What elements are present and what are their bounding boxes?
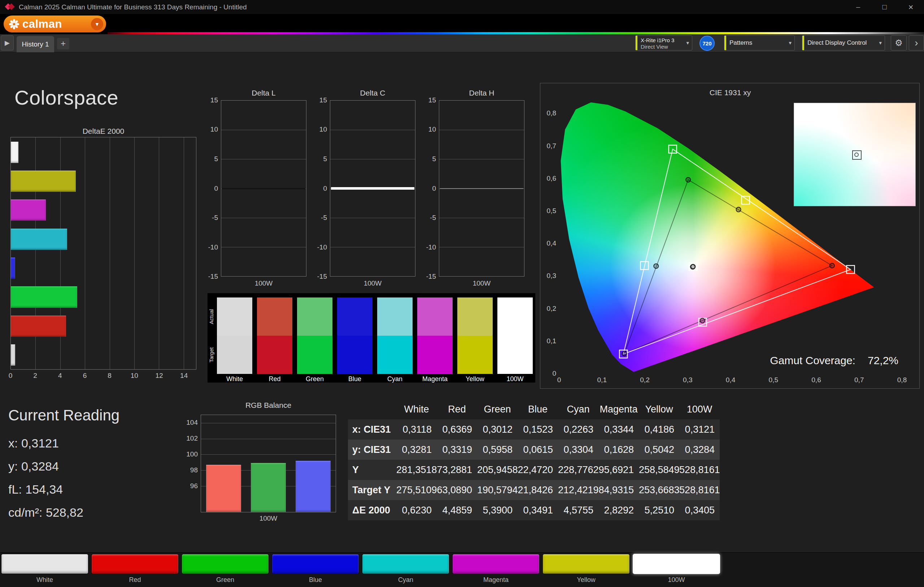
swatch-label: Red: [257, 375, 292, 383]
y-tick-label: 5: [214, 155, 218, 163]
pattern-button-100w[interactable]: 100W: [633, 554, 720, 586]
cie-y-tick-label: 0,1: [541, 337, 556, 345]
meter-dropdown[interactable]: X-Rite i1Pro 3 Direct View ▾: [635, 35, 692, 51]
cie-x-tick-label: 0,8: [897, 376, 907, 384]
layout-nav-arrow-button[interactable]: ▶: [1, 35, 14, 51]
gridline: [221, 218, 306, 218]
y-tick-label: 10: [210, 125, 218, 133]
pattern-button-red[interactable]: Red: [91, 554, 179, 586]
swatch-actual-magenta: [417, 298, 453, 336]
gridline: [330, 218, 415, 218]
y-tick-label: 15: [210, 96, 218, 104]
table-value-cell: 528,8161: [679, 480, 720, 500]
pattern-button-green[interactable]: Green: [182, 554, 269, 586]
table-row-label: Target Y: [348, 480, 396, 500]
patterns-dropdown[interactable]: Patterns ▾: [724, 35, 795, 51]
gridline: [439, 159, 524, 159]
panel-expand-button[interactable]: ›: [909, 35, 924, 51]
swatch-actual-white: [217, 298, 252, 336]
swatch-target-magenta: [417, 336, 453, 374]
pattern-swatch: [362, 554, 449, 574]
table-value-cell: 228,7762: [558, 460, 599, 480]
close-button[interactable]: ×: [898, 0, 924, 14]
table-value-cell: 0,3118: [396, 419, 437, 439]
pattern-button-magenta[interactable]: Magenta: [452, 554, 540, 586]
pattern-button-cyan[interactable]: Cyan: [362, 554, 449, 586]
delta-h-x-label: 100W: [439, 280, 525, 288]
table-value-cell: 0,2263: [558, 419, 599, 439]
y-tick-label: 104: [186, 419, 198, 427]
gridline: [85, 137, 85, 369]
table-row: y: CIE310,32810,33190,59580,06150,33040,…: [348, 439, 720, 460]
table-value-cell: 275,5109: [396, 480, 437, 500]
meter-status-accent: [635, 36, 637, 50]
table-value-cell: 281,3518: [396, 460, 437, 480]
pattern-button-blue[interactable]: Blue: [272, 554, 359, 586]
maximize-button[interactable]: □: [871, 0, 898, 14]
swatch-target-red: [257, 336, 292, 374]
gridline: [221, 247, 306, 247]
display-control-status-accent: [802, 36, 804, 50]
y-tick-label: 5: [432, 155, 436, 163]
table-value-cell: 0,3319: [437, 439, 477, 460]
pattern-label: White: [1, 576, 88, 584]
swatch-column-yellow: Yellow: [457, 293, 493, 383]
table-value-cell: 2,8292: [599, 500, 639, 520]
current-reading-y: y: 0,3284: [8, 459, 59, 474]
table-value-cell: 0,5042: [639, 439, 679, 460]
y-tick-label: -5: [430, 214, 436, 222]
delta-c-chart: Delta C 151050-5-10-15 100W: [313, 89, 416, 291]
calman-menu-caret-icon[interactable]: ▼: [91, 18, 103, 30]
brand-bar: calman ▼: [0, 14, 924, 34]
table-column-header: 100W: [679, 399, 720, 419]
cie-x-tick-label: 0,3: [683, 376, 692, 384]
gamut-coverage-value: 72,2%: [868, 354, 898, 367]
swatch-target-cyan: [377, 336, 412, 374]
x-tick-label: 8: [107, 372, 112, 380]
settings-gear-button[interactable]: ⚙: [891, 35, 907, 51]
pattern-swatch: [543, 554, 630, 574]
pattern-label: Green: [182, 576, 269, 584]
table-value-cell: 5,2510: [639, 500, 679, 520]
gridline: [201, 423, 336, 423]
meter-mode: Direct View: [641, 44, 668, 50]
add-tab-button[interactable]: +: [57, 38, 69, 49]
display-control-label: Direct Display Control: [807, 36, 866, 50]
rgb-bar-red: [206, 465, 241, 512]
y-tick-label: -15: [208, 273, 218, 281]
table-value-cell: 0,3121: [679, 419, 720, 439]
delta-l-x-label: 100W: [221, 280, 307, 288]
y-tick-label: 98: [190, 466, 198, 474]
display-control-dropdown[interactable]: Direct Display Control ▾: [802, 35, 885, 51]
pattern-button-white[interactable]: White: [1, 554, 88, 586]
x-tick-label: 12: [155, 372, 163, 380]
delta-h-chart: Delta H 151050-5-10-15 100W: [422, 89, 525, 291]
minimize-button[interactable]: –: [845, 0, 871, 14]
table-value-cell: 0,1628: [599, 439, 639, 460]
deltae2000-plot: [10, 137, 196, 370]
swatch-label: Cyan: [377, 375, 412, 383]
meter-target-badge[interactable]: 720: [700, 36, 714, 51]
cie-1931-panel: CIE 1931 xy 00,10,20,30,40,50,60,70,800,…: [540, 83, 920, 389]
pattern-bar: ▲ ■ ▶ ▤ ∞ ↻ * « Back Next » WhiteRedGree…: [0, 552, 924, 587]
cie-y-tick-label: 0,6: [541, 174, 556, 183]
table-value-cell: 21,8426: [518, 480, 558, 500]
pattern-button-yellow[interactable]: Yellow: [543, 554, 630, 586]
table-value-cell: 205,9458: [477, 460, 518, 480]
tab-history-1[interactable]: History 1: [16, 36, 54, 52]
swatch-label: Blue: [337, 375, 373, 383]
table-value-cell: 190,5794: [477, 480, 518, 500]
pattern-swatch: [633, 554, 720, 574]
deltae2000-x-axis: 02468101214: [10, 372, 196, 380]
cie-x-tick-label: 0,4: [726, 376, 735, 384]
white-target-marker-icon: [852, 150, 861, 160]
calman-menu-button[interactable]: calman ▼: [3, 15, 106, 33]
delta_c-value-line: [331, 187, 414, 190]
swatch-column-magenta: Magenta: [417, 293, 453, 383]
table-row-label: ΔE 2000: [348, 500, 396, 520]
y-tick-label: -10: [317, 243, 327, 251]
delta-h-plot: [439, 100, 525, 276]
gridline: [184, 137, 184, 369]
current-reading-x: x: 0,3121: [8, 436, 59, 451]
swatch-column-blue: Blue: [337, 293, 373, 383]
